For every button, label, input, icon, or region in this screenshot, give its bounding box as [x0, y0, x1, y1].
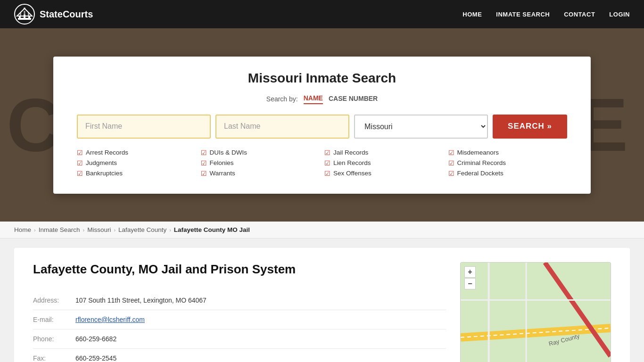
info-row: Address:107 South 11th Street, Lexington…: [33, 291, 446, 310]
breadcrumb-link[interactable]: Inmate Search: [39, 226, 80, 233]
check-icon: ☑: [324, 170, 330, 177]
breadcrumb-link[interactable]: Missouri: [87, 226, 111, 233]
breadcrumb-separator: ›: [114, 227, 116, 233]
svg-rect-8: [24, 11, 25, 16]
breadcrumb-separator: ›: [83, 227, 84, 233]
map-controls: + −: [464, 266, 476, 289]
breadcrumb-link[interactable]: Home: [14, 226, 31, 233]
checkbox-label: Jail Records: [333, 149, 368, 156]
tab-name[interactable]: NAME: [304, 94, 323, 104]
info-row: E-mail:rflorence@lcsheriff.com: [33, 310, 446, 329]
checkbox-item: ☑DUIs & DWIs: [201, 149, 320, 156]
content-left: Lafayette County, MO Jail and Prison Sys…: [33, 262, 446, 362]
svg-point-6: [24, 8, 25, 9]
svg-rect-7: [20, 12, 21, 16]
checkbox-item: ☑Federal Dockets: [448, 170, 568, 177]
info-row: Fax:660-259-2545: [33, 349, 446, 362]
info-label: Address:: [33, 296, 75, 304]
check-icon: ☑: [448, 159, 454, 167]
search-by-row: Search by: NAME CASE NUMBER: [77, 94, 567, 104]
check-icon: ☑: [201, 170, 207, 177]
last-name-input[interactable]: [215, 115, 349, 139]
map-zoom-in[interactable]: +: [464, 266, 476, 278]
check-icon: ☑: [448, 149, 454, 156]
search-card-title: Missouri Inmate Search: [77, 71, 567, 86]
checkbox-label: Federal Dockets: [457, 170, 504, 177]
checkbox-item: ☑Criminal Records: [448, 159, 568, 167]
breadcrumb-separator: ›: [34, 227, 36, 233]
checkbox-label: Judgments: [86, 159, 117, 166]
checkbox-label: Felonies: [210, 159, 234, 166]
search-card: Missouri Inmate Search Search by: NAME C…: [53, 57, 591, 194]
map-container: + − Ray County: [460, 262, 611, 362]
info-value[interactable]: rflorence@lcsheriff.com: [75, 316, 145, 323]
checkbox-label: Arrest Records: [86, 149, 128, 156]
nav-contact[interactable]: CONTACT: [564, 11, 595, 18]
checkbox-item: ☑Felonies: [201, 159, 320, 167]
logo-text: StateCourts: [40, 9, 93, 20]
check-icon: ☑: [201, 159, 207, 167]
map-svg: Ray County: [461, 263, 611, 362]
header: StateCourts HOME INMATE SEARCH CONTACT L…: [0, 0, 644, 28]
nav-home[interactable]: HOME: [462, 11, 482, 18]
checkbox-label: Bankruptcies: [86, 170, 123, 177]
checkbox-label: Lien Records: [333, 159, 371, 166]
search-inputs-row: AlabamaAlaskaArizonaArkansasCaliforniaCo…: [77, 115, 567, 139]
check-icon: ☑: [77, 170, 83, 177]
first-name-input[interactable]: [77, 115, 211, 139]
checkbox-label: Criminal Records: [457, 159, 506, 166]
checkbox-label: Misdemeanors: [457, 149, 499, 156]
content-card: Lafayette County, MO Jail and Prison Sys…: [14, 248, 630, 362]
checkbox-item: ☑Jail Records: [324, 149, 444, 156]
info-label: E-mail:: [33, 316, 75, 323]
svg-rect-9: [28, 12, 29, 16]
checkbox-label: Warrants: [210, 170, 235, 177]
content-title: Lafayette County, MO Jail and Prison Sys…: [33, 262, 446, 277]
info-value: 660-259-2545: [75, 354, 116, 362]
logo-area: StateCourts: [14, 4, 93, 25]
checkbox-item: ☑Bankruptcies: [77, 170, 196, 177]
nav-login[interactable]: LOGIN: [609, 11, 630, 18]
check-icon: ☑: [448, 170, 454, 177]
checkbox-label: Sex Offenses: [333, 170, 372, 177]
checkbox-item: ☑Judgments: [77, 159, 196, 167]
check-icon: ☑: [77, 159, 83, 167]
search-by-label: Search by:: [266, 95, 298, 103]
hero-section: COURTHOUSE Missouri Inmate Search Search…: [0, 28, 644, 222]
logo-icon: [14, 4, 35, 25]
checkboxes-grid: ☑Arrest Records☑DUIs & DWIs☑Jail Records…: [77, 149, 567, 177]
nav-inmate-search[interactable]: INMATE SEARCH: [496, 11, 550, 18]
nav-links: HOME INMATE SEARCH CONTACT LOGIN: [462, 11, 630, 18]
check-icon: ☑: [77, 149, 83, 156]
checkbox-label: DUIs & DWIs: [210, 149, 248, 156]
breadcrumb: Home›Inmate Search›Missouri›Lafayette Co…: [0, 222, 644, 239]
breadcrumb-link[interactable]: Lafayette County: [118, 226, 166, 233]
state-select[interactable]: AlabamaAlaskaArizonaArkansasCaliforniaCo…: [354, 115, 488, 139]
info-value: 107 South 11th Street, Lexington, MO 640…: [75, 296, 206, 304]
check-icon: ☑: [201, 149, 207, 156]
checkbox-item: ☑Misdemeanors: [448, 149, 568, 156]
search-button[interactable]: SEARCH »: [493, 115, 567, 139]
check-icon: ☑: [324, 159, 330, 167]
info-label: Phone:: [33, 335, 75, 343]
info-label: Fax:: [33, 354, 75, 362]
info-value: 660-259-6682: [75, 335, 116, 343]
breadcrumb-current: Lafayette County MO Jail: [174, 226, 250, 233]
main-content: Lafayette County, MO Jail and Prison Sys…: [0, 239, 644, 362]
info-row: Phone:660-259-6682: [33, 329, 446, 349]
info-rows: Address:107 South 11th Street, Lexington…: [33, 291, 446, 362]
checkbox-item: ☑Lien Records: [324, 159, 444, 167]
breadcrumb-separator: ›: [169, 227, 171, 233]
check-icon: ☑: [324, 149, 330, 156]
tab-case-number[interactable]: CASE NUMBER: [329, 95, 378, 104]
checkbox-item: ☑Arrest Records: [77, 149, 196, 156]
map-zoom-out[interactable]: −: [464, 278, 476, 289]
checkbox-item: ☑Warrants: [201, 170, 320, 177]
checkbox-item: ☑Sex Offenses: [324, 170, 444, 177]
svg-rect-10: [461, 263, 611, 362]
